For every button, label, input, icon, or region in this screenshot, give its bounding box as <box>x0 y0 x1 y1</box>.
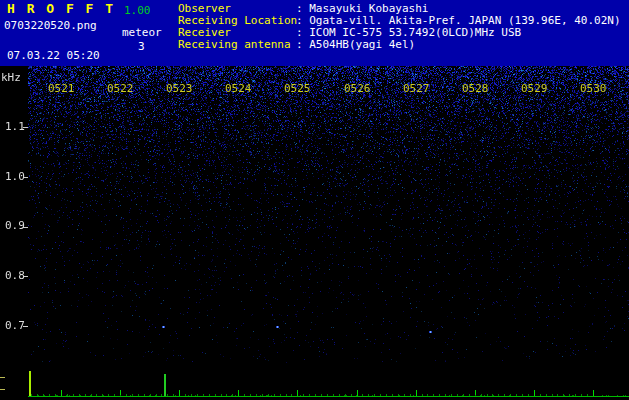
mode-label: meteor <box>122 27 162 38</box>
output-filename: 0703220520.png <box>4 20 97 31</box>
observer-value: : Masayuki Kobayashi <box>296 3 428 14</box>
hrofft-output-image: H R O F F T 1.00 0703220520.png meteor 3… <box>0 0 629 400</box>
receiving-location-label: Receiving Location <box>178 15 297 26</box>
x-tick-0528: 0528 <box>462 83 489 94</box>
y-tick-1.0: 1.0 <box>5 171 25 182</box>
y-tick-0.8: 0.8 <box>5 270 25 281</box>
receiver-value: : ICOM IC-575 53.7492(0LCD)MHz USB <box>296 27 521 38</box>
app-title: H R O F F T <box>7 3 115 14</box>
x-tick-0521: 0521 <box>48 83 75 94</box>
app-version: 1.00 <box>124 5 151 16</box>
meteor-count: 3 <box>138 41 145 52</box>
receiver-label: Receiver <box>178 27 231 38</box>
x-tick-0530: 0530 <box>580 83 607 94</box>
x-tick-0523: 0523 <box>166 83 193 94</box>
x-tick-0524: 0524 <box>225 83 252 94</box>
observation-datetime: 07.03.22 05:20 <box>7 50 100 61</box>
x-tick-0527: 0527 <box>403 83 430 94</box>
header-panel: H R O F F T 1.00 0703220520.png meteor 3… <box>0 0 629 66</box>
receiving-antenna-label: Receiving antenna <box>178 39 291 50</box>
receiving-location-value: : Ogata-vill. Akita-Pref. JAPAN (139.96E… <box>296 15 621 26</box>
observer-label: Observer <box>178 3 231 14</box>
y-tick-0.9: 0.9 <box>5 220 25 231</box>
x-tick-0522: 0522 <box>107 83 134 94</box>
receiving-antenna-value: : A504HB(yagi 4el) <box>296 39 415 50</box>
y-tick-0.7: 0.7 <box>5 320 25 331</box>
x-tick-0525: 0525 <box>284 83 311 94</box>
y-axis-unit-label: kHz <box>1 72 21 83</box>
y-tick-1.1: 1.1 <box>5 121 25 132</box>
x-tick-0526: 0526 <box>344 83 371 94</box>
x-tick-0529: 0529 <box>521 83 548 94</box>
